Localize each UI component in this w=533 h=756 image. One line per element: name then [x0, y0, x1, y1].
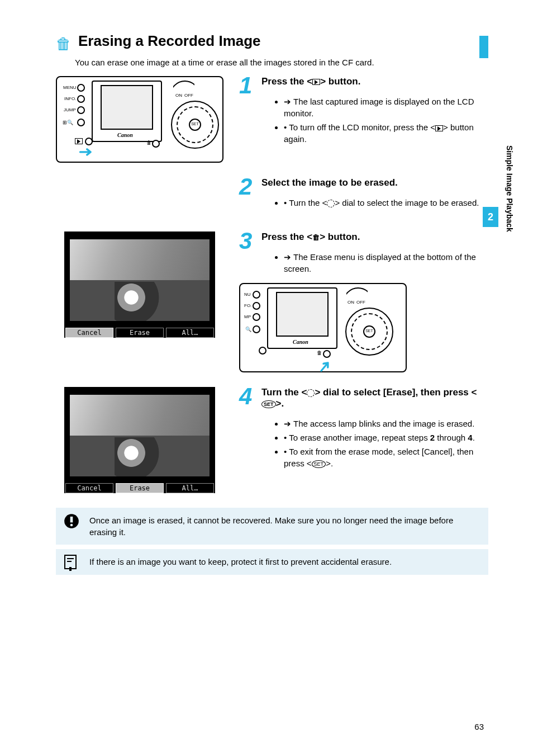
header-accent-bar [479, 36, 488, 58]
photo-rider [115, 282, 170, 321]
playback-button-circle-2 [259, 347, 266, 355]
note-icon [64, 555, 78, 577]
osd-all-2: All… [166, 483, 214, 493]
step4-line2: • To erase another image, repeat steps 2… [284, 432, 488, 443]
pointer-arrow-icon-2: ➜ [313, 355, 336, 377]
step-number-3: 3 [239, 229, 259, 253]
warning-text: Once an image is erased, it cannot be re… [89, 516, 453, 537]
set-button-2: SET [363, 325, 375, 338]
step3-line1: The Erase menu is displayed at the botto… [284, 251, 488, 275]
step-number-4: 4 [239, 385, 259, 408]
info-label: INFO. [64, 96, 76, 101]
jump-button-circle-2 [253, 313, 260, 321]
pointer-arrow-icon: ➜ [78, 143, 93, 160]
warning-note: Once an image is erased, it cannot be re… [56, 508, 488, 545]
jump-label-2: MP [244, 314, 251, 319]
chapter-tab: 2 [483, 207, 498, 227]
osd-bar: Cancel Erase All… [64, 328, 215, 338]
menu-label: MENU [63, 85, 77, 90]
trash-icon-small-2: 🗑 [317, 350, 322, 356]
jump-label: JUMP [64, 107, 76, 112]
dial-icon [327, 200, 335, 207]
osd-all: All… [166, 328, 214, 338]
warning-icon [64, 513, 79, 534]
trash-button-circle [152, 140, 160, 148]
set-icon-inline-2: SET [312, 460, 326, 468]
step-number-1: 1 [239, 74, 259, 97]
canon-brand-2: Canon [293, 339, 308, 345]
trash-icon-inline: 🗑 [312, 233, 320, 242]
canon-brand: Canon [117, 132, 133, 138]
lcd-screen-2 [276, 292, 329, 337]
camera-back-diagram: MENU INFO. JUMP ⊞🔍 ➜ Canon 🗑 ON OFF [56, 76, 223, 163]
info-label-2: FO. [244, 303, 251, 308]
on-label: ON [175, 93, 182, 98]
step3-title: Press the <🗑> button. [261, 231, 488, 243]
info-button-circle-2 [253, 302, 260, 310]
page-number: 63 [474, 722, 484, 731]
camera-back-diagram-2: NU FO. MP 🔍 Canon 🗑 ➜ ON [239, 283, 407, 372]
intro-text: You can erase one image at a time or era… [75, 58, 488, 67]
menu-label-2: NU [244, 292, 251, 297]
thumbnail-button-circle [77, 119, 85, 126]
step1-line2: • To turn off the LCD monitor, press the… [284, 121, 488, 145]
jump-button-circle [77, 106, 85, 114]
step4-line3: • To exit from the erase mode, select [C… [284, 446, 488, 469]
playback-icon-inline [312, 79, 320, 85]
step1-title: Press the <> button. [261, 76, 488, 87]
svg-rect-6 [69, 567, 72, 571]
page-title: Erasing a Recorded Image [78, 32, 261, 50]
power-switch-arc [173, 81, 194, 102]
step1-line1: The last captured image is displayed on … [284, 96, 488, 119]
playback-icon-inline-2 [435, 125, 443, 131]
photo-content-2 [70, 395, 210, 476]
thumbnail-label-2: 🔍 [245, 327, 251, 332]
dial-icon-2 [307, 389, 315, 397]
osd-cancel: Cancel [65, 328, 113, 338]
step2-line1: • Turn the <> dial to select the image t… [284, 197, 488, 209]
step2-title: Select the image to be erased. [261, 177, 488, 188]
step4-title: Turn the <> dial to select [Erase], then… [261, 387, 488, 409]
osd-cancel-2: Cancel [65, 483, 113, 493]
info-text: If there is an image you want to keep, p… [89, 557, 392, 566]
photo-content [70, 239, 210, 321]
lcd-screen [101, 85, 153, 130]
set-icon-inline: SET [261, 400, 276, 408]
on-label-2: ON [348, 300, 354, 305]
set-button: SET [189, 119, 201, 131]
off-label-2: OFF [356, 300, 365, 305]
preview-photo-2: Cancel Erase All… [64, 387, 215, 493]
step4-line1: The access lamp blinks and the image is … [284, 418, 488, 429]
svg-point-2 [70, 524, 73, 527]
thumbnail-button-circle-2 [253, 325, 260, 333]
osd-erase: Erase [116, 328, 164, 338]
menu-button-circle-2 [253, 291, 260, 299]
step-number-2: 2 [239, 175, 259, 199]
trash-icon: 🗑 [56, 35, 72, 53]
thumbnail-label: ⊞🔍 [63, 120, 73, 125]
trash-icon-small: 🗑 [146, 140, 151, 145]
info-note: If there is an image you want to keep, p… [56, 549, 488, 575]
power-switch-arc-2 [346, 287, 368, 309]
info-button-circle [77, 95, 85, 103]
off-label: OFF [184, 93, 193, 98]
svg-rect-1 [70, 517, 73, 523]
preview-photo-1: Cancel Erase All… [64, 231, 215, 338]
menu-button-circle [77, 84, 85, 92]
photo-rider-2 [115, 437, 170, 476]
osd-bar-2: Cancel Erase All… [64, 483, 215, 493]
osd-erase-2: Erase [116, 483, 164, 493]
side-section-label: Simple Image Playback [505, 145, 514, 232]
